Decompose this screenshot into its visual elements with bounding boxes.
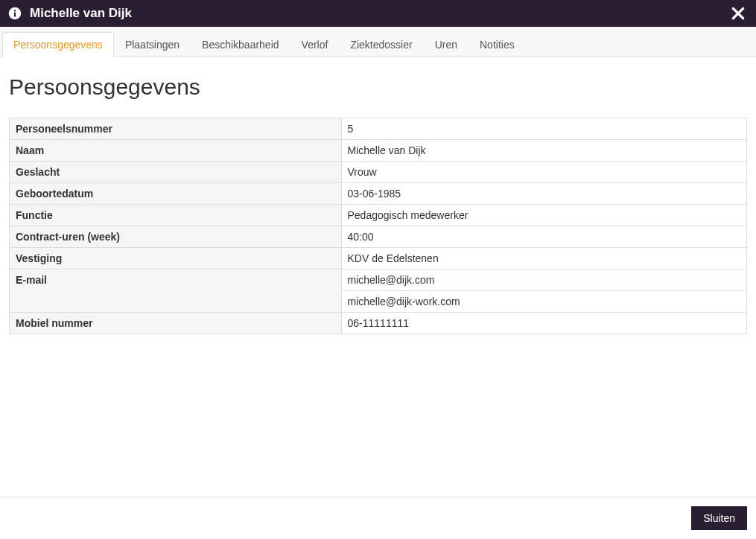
tab-beschikbaarheid[interactable]: Beschikbaarheid: [191, 32, 290, 57]
detail-label: Personeelsnummer: [10, 118, 342, 140]
tab-label: Ziektedossier: [350, 39, 412, 51]
page-title: Persoonsgegevens: [9, 74, 747, 100]
table-row: Geslacht Vrouw: [10, 162, 747, 183]
tab-verlof[interactable]: Verlof: [290, 32, 340, 57]
detail-value: Vrouw: [341, 162, 747, 183]
tab-label: Beschikbaarheid: [202, 39, 279, 51]
detail-value: 40:00: [341, 226, 747, 248]
tab-label: Notities: [480, 39, 515, 51]
tab-plaatsingen[interactable]: Plaatsingen: [114, 32, 191, 57]
detail-value: 5: [341, 118, 747, 140]
table-row: Personeelsnummer 5: [10, 118, 747, 140]
detail-value: michelle@dijk-work.com: [341, 291, 747, 313]
modal-title: Michelle van Dijk: [30, 6, 728, 21]
table-row: Vestiging KDV de Edelstenen: [10, 248, 747, 270]
info-icon: [7, 6, 22, 21]
detail-label: Functie: [10, 205, 342, 226]
tab-uren[interactable]: Uren: [424, 32, 468, 57]
detail-value: michelle@dijk.com: [341, 270, 747, 291]
tab-label: Plaatsingen: [125, 39, 180, 51]
table-row: Geboortedatum 03-06-1985: [10, 183, 747, 205]
detail-value: 06-11111111: [341, 313, 747, 334]
table-row: Naam Michelle van Dijk: [10, 140, 747, 162]
svg-rect-1: [14, 13, 16, 17]
detail-value: Pedagogisch medewerker: [341, 205, 747, 226]
close-button[interactable]: Sluiten: [691, 506, 747, 530]
detail-label: Vestiging: [10, 248, 342, 270]
svg-point-2: [14, 10, 16, 11]
modal-header: Michelle van Dijk: [0, 0, 756, 27]
detail-label: E-mail: [10, 270, 342, 313]
detail-label: Geboortedatum: [10, 183, 342, 205]
table-row: Mobiel nummer 06-11111111: [10, 313, 747, 334]
detail-label: Mobiel nummer: [10, 313, 342, 334]
content-area: Persoonsgegevens Personeelsnummer 5 Naam…: [0, 57, 756, 497]
table-row: E-mail michelle@dijk.com: [10, 270, 747, 291]
tab-persoonsgegevens[interactable]: Persoonsgegevens: [2, 32, 114, 57]
close-icon[interactable]: [728, 3, 749, 24]
table-row: Functie Pedagogisch medewerker: [10, 205, 747, 226]
detail-value: 03-06-1985: [341, 183, 747, 205]
detail-value: KDV de Edelstenen: [341, 248, 747, 270]
details-table: Personeelsnummer 5 Naam Michelle van Dij…: [9, 118, 747, 334]
tab-label: Persoonsgegevens: [13, 39, 103, 51]
table-row: Contract-uren (week) 40:00: [10, 226, 747, 248]
modal-footer: Sluiten: [0, 497, 756, 539]
detail-label: Geslacht: [10, 162, 342, 183]
detail-value: Michelle van Dijk: [341, 140, 747, 162]
tab-ziektedossier[interactable]: Ziektedossier: [339, 32, 423, 57]
tab-bar: Persoonsgegevens Plaatsingen Beschikbaar…: [0, 27, 756, 57]
tab-label: Verlof: [302, 39, 328, 51]
detail-label: Naam: [10, 140, 342, 162]
tab-label: Uren: [435, 39, 457, 51]
detail-label: Contract-uren (week): [10, 226, 342, 248]
tab-notities[interactable]: Notities: [468, 32, 526, 57]
